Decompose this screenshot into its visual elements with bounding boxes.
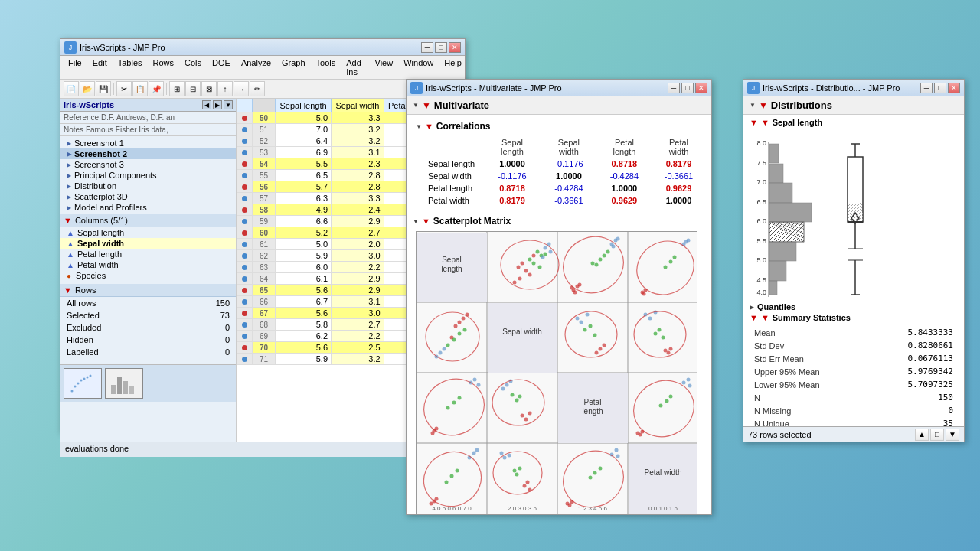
toolbar-btn4[interactable]: ↑ (217, 81, 233, 96)
thumbnail-1[interactable] (64, 368, 102, 399)
scatter-disclosure[interactable]: ▼ (413, 218, 419, 225)
menu-addins[interactable]: Add-Ins (341, 57, 368, 77)
sidebar-screenshot1[interactable]: ▶ Screenshot 1 (60, 138, 236, 148)
row-dot-cell (237, 204, 253, 216)
menu-analyze[interactable]: Analyze (237, 57, 276, 77)
mv-disclosure[interactable]: ▼ (413, 102, 419, 109)
svg-point-137 (435, 497, 439, 501)
sidebar-screenshot3[interactable]: ▶ Screenshot 3 (60, 159, 236, 170)
dist-content: ▼ ▼ Distributions ▼ ▼ Sepal length 8.0 7… (743, 96, 964, 442)
corr-th-3: Petal length (596, 136, 652, 158)
svg-rect-0 (66, 370, 100, 397)
menu-graph[interactable]: Graph (277, 57, 310, 77)
sidebar-scatterplot3d[interactable]: ▶ Scatterplot 3D (60, 191, 236, 202)
toolbar-btn2[interactable]: ⊟ (185, 81, 201, 96)
menu-help[interactable]: Help (439, 57, 466, 77)
menu-window[interactable]: Window (399, 57, 438, 77)
row-number: 70 (253, 342, 276, 354)
dist-maximize[interactable]: □ (934, 83, 946, 93)
row-number: 69 (253, 331, 276, 342)
nav-dropdown[interactable]: ▼ (224, 100, 233, 109)
sidebar-model[interactable]: ▶ Model and Profilers (60, 202, 236, 213)
svg-point-96 (669, 347, 673, 351)
dist-status-buttons[interactable]: ▲ □ ▼ (915, 429, 959, 441)
svg-point-53 (591, 262, 595, 266)
row-number: 60 (253, 227, 276, 239)
menu-edit[interactable]: Edit (88, 57, 112, 77)
row-dot-cell (237, 112, 253, 124)
toolbar-save[interactable]: 💾 (96, 81, 111, 96)
svg-point-152 (503, 456, 507, 460)
row-dot-cell (237, 354, 253, 365)
corr-row-label: Sepal width (422, 170, 483, 182)
col-sepal-width[interactable]: ▲ Sepal width (60, 238, 236, 249)
dist-minimize[interactable]: ─ (920, 83, 933, 93)
toolbar-copy[interactable]: 📋 (132, 81, 148, 96)
sidebar-distribution[interactable]: ▶ Distribution (60, 181, 236, 191)
mv-maximize[interactable]: □ (681, 83, 694, 93)
toolbar-btn6[interactable]: ✏ (250, 81, 265, 96)
menu-doe[interactable]: DOE (207, 57, 235, 77)
dist-close[interactable]: ✕ (948, 83, 960, 93)
toolbar-open[interactable]: 📂 (80, 81, 95, 96)
dist-btn-3[interactable]: ▼ (946, 429, 959, 441)
mv-window-controls[interactable]: ─ □ ✕ (668, 83, 707, 93)
toolbar-cut[interactable]: ✂ (116, 81, 132, 96)
panel-nav-title: Iris-wScripts (64, 100, 114, 109)
th-sepal-length[interactable]: Sepal length (276, 99, 332, 112)
maximize-button[interactable]: □ (435, 42, 447, 53)
col-species[interactable]: ● Species (60, 270, 236, 281)
row-dot-cell (237, 296, 253, 308)
dist-window-controls[interactable]: ─ □ ✕ (920, 83, 960, 93)
data-window-controls[interactable]: ─ □ ✕ (421, 42, 461, 53)
svg-point-42 (538, 266, 542, 269)
nav-arrow-left[interactable]: ◀ (202, 100, 211, 109)
table-cell: 5.6 (276, 285, 332, 296)
table-cell: 3.1 (332, 147, 384, 158)
sidebar-pca[interactable]: ▶ Principal Components (60, 170, 236, 181)
th-sepal-width[interactable]: Sepal width (332, 99, 384, 112)
corr-value: 0.9629 (596, 194, 652, 207)
thumbnail-2[interactable] (105, 368, 143, 399)
col-petal-width[interactable]: ▲ Petal width (60, 259, 236, 270)
table-cell: 7.0 (276, 124, 332, 135)
row-dot-cell (237, 193, 253, 204)
mv-minimize[interactable]: ─ (668, 83, 680, 93)
row-number: 55 (253, 170, 276, 181)
col-petal-length[interactable]: ▲ Petal length (60, 249, 236, 259)
menu-cols[interactable]: Cols (180, 57, 206, 77)
columns-section-header[interactable]: ▼ Columns (5/1) (60, 214, 236, 227)
corr-value: 1.0000 (541, 170, 596, 182)
sidebar-screenshot2[interactable]: ▶ Screenshot 2 (60, 148, 236, 159)
table-cell: 6.5 (276, 170, 332, 181)
col-sepal-length[interactable]: ▲ Sepal length (60, 227, 236, 238)
menu-file[interactable]: File (64, 57, 87, 77)
dist-btn-2[interactable]: □ (930, 429, 944, 441)
toolbar-btn3[interactable]: ⊠ (201, 81, 217, 96)
corr-th-1: Sepal length (483, 136, 541, 158)
dist-disclosure[interactable]: ▼ (750, 102, 756, 109)
menu-view[interactable]: View (371, 57, 398, 77)
quantiles-disclosure[interactable]: ▶ (750, 304, 754, 311)
toolbar-new[interactable]: 📄 (64, 81, 79, 96)
menu-rows[interactable]: Rows (149, 57, 179, 77)
minimize-button[interactable]: ─ (421, 42, 433, 53)
corr-value: 0.8179 (483, 194, 541, 207)
svg-rect-9 (111, 385, 116, 394)
menu-tools[interactable]: Tools (312, 57, 341, 77)
toolbar-paste[interactable]: 📌 (149, 81, 164, 96)
mv-close[interactable]: ✕ (695, 83, 707, 93)
dist-btn-1[interactable]: ▲ (915, 429, 929, 441)
rows-section-header[interactable]: ▼ Rows (60, 284, 236, 297)
corr-disclosure[interactable]: ▼ (416, 123, 422, 130)
svg-point-37 (528, 258, 532, 262)
menu-tables[interactable]: Tables (113, 57, 147, 77)
nav-arrow-right[interactable]: ▶ (213, 100, 222, 109)
svg-point-160 (593, 471, 597, 475)
close-button[interactable]: ✕ (449, 42, 461, 53)
svg-point-111 (458, 396, 462, 400)
svg-text:7.5: 7.5 (756, 159, 766, 167)
toolbar-btn5[interactable]: → (234, 81, 249, 96)
nav-arrows[interactable]: ◀ ▶ ▼ (202, 100, 233, 109)
toolbar-btn1[interactable]: ⊞ (169, 81, 185, 96)
